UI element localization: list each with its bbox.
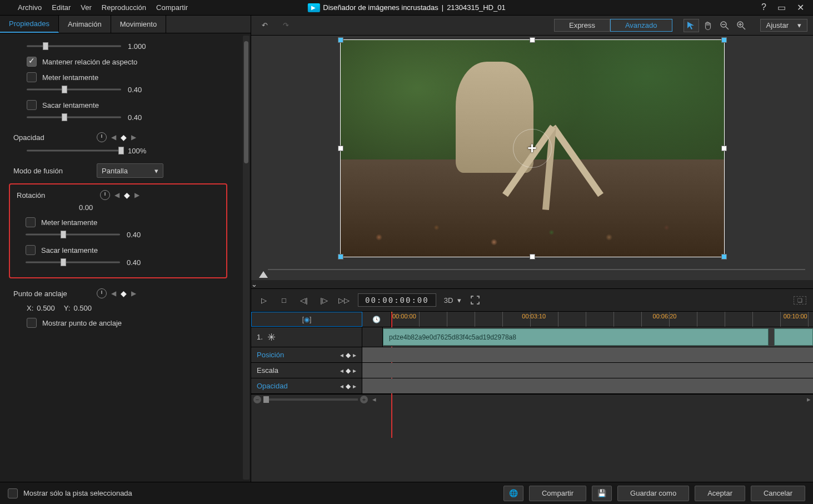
timeline-scroll-left-icon[interactable]: ◂ <box>372 395 376 403</box>
redo-icon[interactable]: ↷ <box>278 19 293 32</box>
collapse-panel-icon[interactable]: ⌄ <box>251 280 813 288</box>
anchor-y-value[interactable]: 0.500 <box>73 304 92 312</box>
3d-dropdown[interactable]: 3D▾ <box>444 296 462 305</box>
chevron-down-icon: ▾ <box>797 21 801 29</box>
opacity-value: 100% <box>128 147 154 155</box>
close-icon[interactable]: ✕ <box>797 2 804 13</box>
timeline-zoom-in-icon[interactable]: + <box>360 396 368 403</box>
save-as-button[interactable]: Guardar como <box>617 486 689 501</box>
zoom-in-icon[interactable] <box>734 19 749 32</box>
timeline-ruler[interactable]: 00:00:00 00:03:10 00:06:20 00:10:00 <box>391 312 813 327</box>
anchor-crosshair-icon[interactable]: + <box>527 139 536 157</box>
mode-advanced-button[interactable]: Avanzado <box>610 19 672 32</box>
menu-share[interactable]: Compartir <box>156 3 188 12</box>
keep-aspect-checkbox[interactable] <box>27 57 37 67</box>
rotation-ease-out-slider[interactable] <box>26 257 120 267</box>
step-fwd-icon[interactable]: |▷ <box>318 294 330 306</box>
rotation-stopwatch-icon[interactable] <box>100 190 110 200</box>
accept-button[interactable]: Aceptar <box>695 486 745 501</box>
menu-playback[interactable]: Reproducción <box>102 3 146 12</box>
track-scale-lane[interactable] <box>362 363 813 378</box>
track-header-1[interactable]: 1. ✳ <box>251 327 362 347</box>
ruler-tick-0: 00:00:00 <box>392 313 416 320</box>
share-globe-icon[interactable]: 🌐 <box>503 486 523 501</box>
tab-animation[interactable]: Animación <box>59 16 111 33</box>
undo-icon[interactable]: ↶ <box>257 19 272 32</box>
rotation-add-keyframe-icon[interactable]: ◆ <box>124 191 130 199</box>
ease-out-slider[interactable] <box>27 112 121 122</box>
show-selected-only-checkbox[interactable] <box>8 488 18 498</box>
timeline-zoom-out-icon[interactable]: − <box>253 396 261 403</box>
zoom-out-icon[interactable] <box>717 19 732 32</box>
preview-canvas[interactable]: + <box>341 40 724 257</box>
mode-express-button[interactable]: Express <box>554 19 610 32</box>
rotation-prev-keyframe-icon[interactable]: ◀ <box>114 191 119 199</box>
preview-playhead-icon[interactable] <box>259 271 268 278</box>
track-position[interactable]: Posición ◂◆▸ <box>251 347 362 362</box>
cancel-button[interactable]: Cancelar <box>751 486 805 501</box>
ease-in-slider[interactable] <box>27 84 121 94</box>
help-icon[interactable]: ? <box>761 2 766 13</box>
fullscreen-icon[interactable] <box>469 294 481 306</box>
opacity-prev-keyframe-icon[interactable]: ◀ <box>111 133 116 141</box>
rotation-section-highlight: Rotación ◀ ◆ ▶ 0.00 Meter lentamente <box>9 183 227 278</box>
maximize-icon[interactable]: ▭ <box>777 2 786 13</box>
marker-tab[interactable]: [ ◉ ] <box>251 312 362 327</box>
menu-view[interactable]: Ver <box>81 3 92 12</box>
save-disk-icon[interactable]: 💾 <box>592 486 612 501</box>
share-button[interactable]: Compartir <box>529 486 586 501</box>
anchor-y-label: Y: <box>64 304 71 312</box>
timecode[interactable]: 00:00:00:00 <box>358 293 436 307</box>
opacity-next-keyframe-icon[interactable]: ▶ <box>131 133 136 141</box>
anchor-x-value[interactable]: 0.500 <box>37 304 55 312</box>
properties-scrollbar[interactable] <box>243 36 250 480</box>
tab-movement[interactable]: Movimiento <box>111 16 166 33</box>
anchor-prev-keyframe-icon[interactable]: ◀ <box>111 290 116 297</box>
track-scale[interactable]: Escala ◂◆▸ <box>251 363 362 378</box>
menu-file[interactable]: Archivo <box>18 3 42 12</box>
ease-in-value: 0.40 <box>128 86 154 94</box>
svg-line-1 <box>726 27 729 29</box>
menu-edit[interactable]: Editar <box>52 3 71 12</box>
timeline-clip-main[interactable]: pdze4b82a9e0d7625d83f4c5ad19d2978a8 <box>383 328 769 346</box>
rotation-ease-out-label: Sacar lentamente <box>41 246 98 255</box>
timeline-scroll-right-icon[interactable]: ▸ <box>807 395 811 403</box>
anchor-stopwatch-icon[interactable] <box>97 288 107 298</box>
rotation-ease-out-checkbox[interactable] <box>26 245 36 255</box>
rotation-next-keyframe-icon[interactable]: ▶ <box>134 191 139 199</box>
blend-mode-label: Modo de fusión <box>13 167 91 175</box>
blend-mode-value: Pantalla <box>102 167 128 175</box>
opacity-add-keyframe-icon[interactable]: ◆ <box>121 133 127 142</box>
anchor-next-keyframe-icon[interactable]: ▶ <box>131 290 136 297</box>
rotation-ease-out-value: 0.40 <box>127 258 153 267</box>
rotation-ease-in-checkbox[interactable] <box>26 217 36 227</box>
play-icon[interactable]: ▷ <box>258 294 270 306</box>
preview-scrubber[interactable] <box>268 269 805 270</box>
opacity-slider[interactable] <box>27 146 121 156</box>
timeline-zoom-slider[interactable] <box>263 398 358 401</box>
anchor-add-keyframe-icon[interactable]: ◆ <box>121 289 127 298</box>
track-opacity-lane[interactable] <box>362 378 813 393</box>
ease-in-checkbox[interactable] <box>27 72 37 82</box>
keep-aspect-label: Mantener relación de aspecto <box>42 58 137 66</box>
track-opacity[interactable]: Opacidad ◂◆▸ <box>251 378 362 393</box>
viewport-icon[interactable]: ❏ <box>794 296 806 305</box>
timeline-clip-tail[interactable] <box>774 328 813 346</box>
anchor-x-label: X: <box>27 304 33 312</box>
track-position-lane[interactable] <box>362 347 813 362</box>
stop-icon[interactable]: □ <box>278 294 290 306</box>
ease-out-checkbox[interactable] <box>27 100 37 110</box>
opacity-stopwatch-icon[interactable] <box>97 132 107 142</box>
scale-slider[interactable] <box>27 41 121 51</box>
rotation-ease-in-slider[interactable] <box>26 229 120 239</box>
blend-mode-dropdown[interactable]: Pantalla ▾ <box>97 163 163 178</box>
fast-fwd-icon[interactable]: ▷▷ <box>338 294 350 306</box>
fit-dropdown[interactable]: Ajustar ▾ <box>760 19 807 32</box>
clock-tab[interactable]: 🕓 <box>362 312 391 327</box>
hand-tool-icon[interactable] <box>700 19 716 32</box>
select-tool-icon[interactable] <box>684 19 699 32</box>
rotation-ease-in-label: Meter lentamente <box>41 218 97 227</box>
show-anchor-checkbox[interactable] <box>27 318 37 328</box>
tab-properties[interactable]: Propiedades <box>0 16 59 33</box>
step-back-icon[interactable]: ◁| <box>298 294 310 306</box>
